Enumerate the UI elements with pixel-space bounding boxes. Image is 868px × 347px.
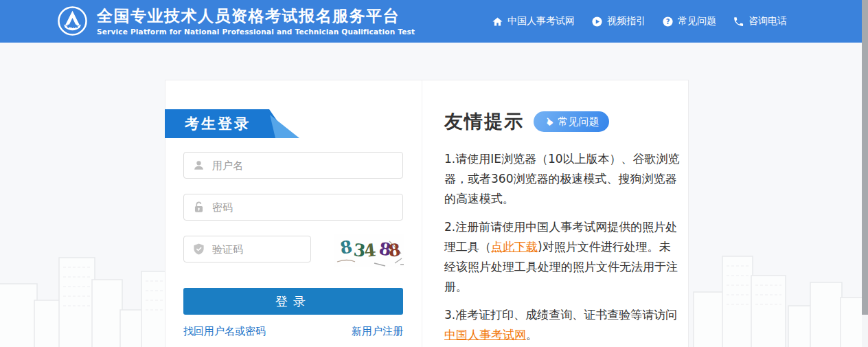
username-field [183, 152, 403, 179]
tip-link[interactable]: 点此下载 [491, 240, 538, 254]
faq-pill-button[interactable]: ☚ 常见问题 [534, 111, 609, 132]
question-icon: ? [662, 16, 674, 27]
tips-list: 1.请使用IE浏览器（10以上版本）、谷歌浏览器，或者360浏览器的极速模式、搜… [444, 149, 681, 347]
tip-item: 3.准考证打印、成绩查询、证书查验等请访问中国人事考试网。 [444, 305, 681, 345]
captcha-image[interactable]: 83488 [334, 234, 404, 267]
forgot-credentials-link[interactable]: 找回用户名或密码 [183, 325, 266, 338]
tips-panel: 友情提示 ☚ 常见问题 1.请使用IE浏览器（10以上版本）、谷歌浏览器，或者3… [422, 80, 689, 347]
main-card: 考生登录 [165, 80, 689, 347]
tip-text: 。 [526, 328, 538, 342]
brand-text: 全国专业技术人员资格考试报名服务平台 Service Platform for … [97, 7, 415, 36]
nav-china-personnel-exam-site[interactable]: 中国人事考试网 [492, 15, 575, 27]
nav-label: 常见问题 [678, 15, 716, 27]
tips-title: 友情提示 [444, 109, 524, 134]
login-panel-ribbon: 考生登录 [165, 109, 312, 138]
shield-check-icon [192, 243, 205, 256]
svg-text:4: 4 [363, 240, 377, 261]
site-subtitle: Service Platform for National Profession… [97, 27, 415, 36]
username-input[interactable] [205, 153, 402, 178]
nav-label: 视频指引 [607, 15, 646, 27]
faq-pill-label: 常见问题 [558, 115, 599, 128]
svg-text:?: ? [666, 18, 670, 25]
register-link[interactable]: 新用户注册 [352, 325, 403, 338]
top-nav: 中国人事考试网 视频指引 ? 常见问题 咨询电话 [492, 0, 787, 43]
password-input[interactable] [205, 194, 402, 220]
password-field [183, 194, 403, 221]
header-bar: PTA 全国专业技术人员资格考试报名服务平台 Service Platform … [0, 0, 868, 43]
svg-text:8: 8 [387, 240, 402, 261]
nav-label: 咨询电话 [749, 15, 787, 27]
svg-text:8: 8 [339, 236, 354, 258]
login-panel-title: 考生登录 [185, 114, 251, 133]
tip-link[interactable]: 中国人事考试网 [444, 328, 526, 342]
play-icon [591, 16, 603, 27]
nav-phone[interactable]: 咨询电话 [733, 15, 787, 27]
page: PTA 全国专业技术人员资格考试报名服务平台 Service Platform … [0, 0, 868, 347]
tip-text: 1.请使用IE浏览器（10以上版本）、谷歌浏览器，或者360浏览器的极速模式、搜… [444, 152, 680, 205]
captcha-field [183, 236, 311, 262]
lock-icon [192, 201, 205, 214]
nav-faq[interactable]: ? 常见问题 [662, 15, 716, 27]
tip-item: 1.请使用IE浏览器（10以上版本）、谷歌浏览器，或者360浏览器的极速模式、搜… [444, 149, 681, 209]
pointing-hand-icon: ☚ [542, 115, 556, 128]
brand: PTA 全国专业技术人员资格考试报名服务平台 Service Platform … [56, 5, 415, 37]
pta-logo-icon: PTA [56, 5, 89, 37]
tips-header: 友情提示 ☚ 常见问题 [444, 109, 609, 134]
home-icon [492, 16, 503, 27]
site-title: 全国专业技术人员资格考试报名服务平台 [97, 7, 415, 25]
scrollbar-track[interactable] [862, 0, 868, 347]
login-links: 找回用户名或密码 新用户注册 [183, 325, 403, 338]
login-button[interactable]: 登录 [183, 288, 403, 315]
logo-text: PTA [67, 23, 78, 30]
phone-icon [733, 16, 744, 27]
scrollbar-thumb[interactable] [862, 0, 868, 315]
user-icon [192, 159, 205, 172]
captcha-input[interactable] [205, 236, 345, 262]
tip-text: 3.准考证打印、成绩查询、证书查验等请访问 [444, 308, 677, 322]
tip-item: 2.注册前请使用中国人事考试网提供的照片处理工具（点此下载)对照片文件进行处理。… [444, 217, 681, 297]
nav-label: 中国人事考试网 [507, 15, 575, 27]
nav-video-guide[interactable]: 视频指引 [591, 15, 646, 27]
